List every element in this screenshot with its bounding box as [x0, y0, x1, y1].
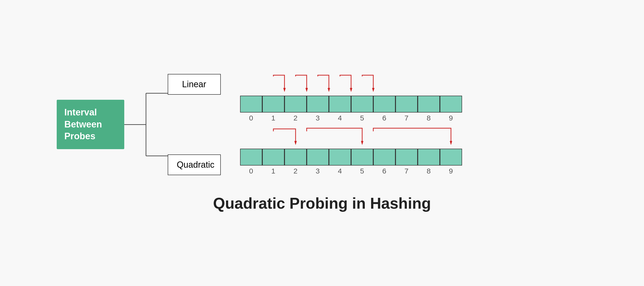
idx-9: 9 [440, 114, 462, 122]
root-node-label: Interval Between Probes [64, 107, 102, 141]
q-cell-9 [440, 149, 462, 165]
q-idx-9: 9 [440, 167, 462, 175]
q-idx-1: 1 [262, 167, 284, 175]
q-cell-8 [418, 149, 440, 165]
q-cell-3 [307, 149, 329, 165]
page-title: Quadratic Probing in Hashing [213, 194, 431, 212]
q-cell-7 [396, 149, 418, 165]
idx-1: 1 [262, 114, 284, 122]
cell-1 [262, 96, 284, 113]
q-cell-2 [284, 149, 307, 165]
q-idx-2: 2 [284, 167, 307, 175]
idx-3: 3 [307, 114, 329, 122]
svg-marker-4 [283, 88, 286, 92]
idx-2: 2 [284, 114, 307, 122]
q-cell-6 [373, 149, 396, 165]
array-row-linear: 0 1 2 3 4 5 6 7 8 9 [240, 74, 588, 122]
svg-marker-8 [372, 88, 374, 92]
branch-label-quadratic: Quadratic [168, 154, 221, 175]
branch-label-linear: Linear [168, 74, 221, 95]
q-idx-3: 3 [307, 167, 329, 175]
q-idx-0: 0 [240, 167, 262, 175]
cell-7 [396, 96, 418, 113]
quadratic-array-cells [240, 149, 462, 165]
q-idx-5: 5 [351, 167, 373, 175]
svg-marker-5 [306, 88, 308, 92]
svg-marker-10 [361, 141, 364, 145]
quadratic-arrows [240, 127, 462, 149]
q-cell-4 [329, 149, 351, 165]
svg-marker-7 [350, 88, 352, 92]
q-idx-4: 4 [329, 167, 351, 175]
cell-0 [240, 96, 262, 113]
q-cell-1 [262, 149, 284, 165]
q-idx-8: 8 [418, 167, 440, 175]
svg-marker-11 [450, 141, 452, 145]
linear-array-cells [240, 96, 462, 113]
linear-index-labels: 0 1 2 3 4 5 6 7 8 9 [240, 114, 462, 122]
svg-marker-6 [328, 88, 330, 92]
tree-connector [124, 74, 168, 175]
arrays-section: 0 1 2 3 4 5 6 7 8 9 [240, 74, 588, 175]
branch-label-quadratic-text: Quadratic [177, 160, 214, 170]
q-idx-7: 7 [396, 167, 418, 175]
idx-4: 4 [329, 114, 351, 122]
main-container: Interval Between Probes Linear Quadratic [0, 74, 644, 212]
svg-marker-9 [294, 141, 297, 145]
cell-2 [284, 96, 307, 113]
q-idx-6: 6 [373, 167, 396, 175]
root-node: Interval Between Probes [57, 100, 124, 149]
branch-label-linear-text: Linear [182, 79, 206, 89]
cell-9 [440, 96, 462, 113]
cell-8 [418, 96, 440, 113]
diagram-area: Interval Between Probes Linear Quadratic [57, 74, 588, 175]
quadratic-index-labels: 0 1 2 3 4 5 6 7 8 9 [240, 167, 462, 175]
q-cell-5 [351, 149, 373, 165]
cell-5 [351, 96, 373, 113]
branch-labels: Linear Quadratic [168, 74, 221, 175]
idx-5: 5 [351, 114, 373, 122]
q-cell-0 [240, 149, 262, 165]
cell-6 [373, 96, 396, 113]
idx-7: 7 [396, 114, 418, 122]
linear-arrows [240, 74, 462, 96]
array-row-quadratic: 0 1 2 3 4 5 6 7 8 9 [240, 127, 588, 175]
idx-8: 8 [418, 114, 440, 122]
cell-4 [329, 96, 351, 113]
idx-0: 0 [240, 114, 262, 122]
cell-3 [307, 96, 329, 113]
idx-6: 6 [373, 114, 396, 122]
